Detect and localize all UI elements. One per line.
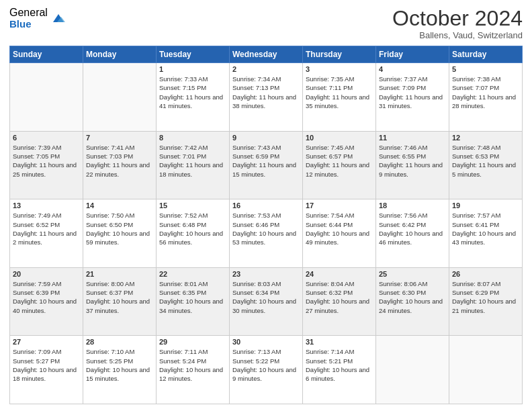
calendar-cell: 15Sunrise: 7:52 AM Sunset: 6:48 PM Dayli… [157,199,230,268]
day-number: 23 [232,270,300,278]
calendar-cell: 17Sunrise: 7:54 AM Sunset: 6:44 PM Dayli… [303,199,376,268]
day-number: 26 [452,270,519,278]
calendar-cell [376,336,449,404]
day-number: 11 [379,134,446,142]
day-number: 14 [86,201,153,210]
calendar-cell: 5Sunrise: 7:38 AM Sunset: 7:07 PM Daylig… [449,63,523,132]
day-detail: Sunrise: 7:11 AM Sunset: 5:24 PM Dayligh… [159,347,226,383]
day-number: 2 [232,65,300,73]
day-header-sunday: Sunday [10,46,83,63]
day-number: 27 [13,338,80,346]
calendar-cell: 20Sunrise: 7:59 AM Sunset: 6:39 PM Dayli… [10,267,83,336]
day-number: 4 [379,65,446,73]
day-detail: Sunrise: 7:37 AM Sunset: 7:09 PM Dayligh… [379,75,446,110]
day-detail: Sunrise: 7:14 AM Sunset: 5:21 PM Dayligh… [306,347,373,383]
day-detail: Sunrise: 7:49 AM Sunset: 6:52 PM Dayligh… [13,211,80,246]
day-detail: Sunrise: 8:07 AM Sunset: 6:29 PM Dayligh… [452,279,519,315]
calendar-cell [10,63,83,132]
day-number: 22 [159,270,226,278]
calendar-cell: 26Sunrise: 8:07 AM Sunset: 6:29 PM Dayli… [449,267,523,336]
day-detail: Sunrise: 7:41 AM Sunset: 7:03 PM Dayligh… [86,143,153,179]
day-detail: Sunrise: 7:42 AM Sunset: 7:01 PM Dayligh… [159,143,226,179]
calendar-cell: 18Sunrise: 7:56 AM Sunset: 6:42 PM Dayli… [376,199,449,268]
day-number: 1 [159,65,226,73]
calendar-cell: 13Sunrise: 7:49 AM Sunset: 6:52 PM Dayli… [10,199,83,268]
day-detail: Sunrise: 7:13 AM Sunset: 5:22 PM Dayligh… [232,347,300,383]
logo-general: General [9,7,48,19]
day-number: 16 [232,201,300,210]
day-detail: Sunrise: 7:43 AM Sunset: 6:59 PM Dayligh… [232,143,300,179]
day-detail: Sunrise: 7:50 AM Sunset: 6:50 PM Dayligh… [86,211,153,246]
calendar-week-2: 6Sunrise: 7:39 AM Sunset: 7:05 PM Daylig… [10,131,523,199]
day-number: 21 [86,270,153,278]
day-detail: Sunrise: 7:38 AM Sunset: 7:07 PM Dayligh… [452,75,519,110]
day-number: 25 [379,270,446,278]
day-detail: Sunrise: 7:46 AM Sunset: 6:55 PM Dayligh… [379,143,446,179]
calendar-cell: 31Sunrise: 7:14 AM Sunset: 5:21 PM Dayli… [303,336,376,404]
day-number: 12 [452,134,519,142]
location: Ballens, Vaud, Switzerland [392,30,523,40]
day-number: 17 [306,201,373,210]
calendar-cell: 9Sunrise: 7:43 AM Sunset: 6:59 PM Daylig… [230,131,303,199]
logo-icon [50,10,66,26]
day-header-wednesday: Wednesday [230,46,303,63]
calendar-cell: 14Sunrise: 7:50 AM Sunset: 6:50 PM Dayli… [83,199,157,268]
day-number: 19 [452,201,519,210]
calendar-cell: 24Sunrise: 8:04 AM Sunset: 6:32 PM Dayli… [303,267,376,336]
header-row: SundayMondayTuesdayWednesdayThursdayFrid… [10,46,523,63]
calendar-cell: 2Sunrise: 7:34 AM Sunset: 7:13 PM Daylig… [230,63,303,132]
calendar-cell: 6Sunrise: 7:39 AM Sunset: 7:05 PM Daylig… [10,131,83,199]
header: General Blue October 2024 Ballens, Vaud,… [9,7,523,40]
day-number: 10 [306,134,373,142]
calendar-cell: 11Sunrise: 7:46 AM Sunset: 6:55 PM Dayli… [376,131,449,199]
day-detail: Sunrise: 7:45 AM Sunset: 6:57 PM Dayligh… [306,143,373,179]
day-number: 28 [86,338,153,346]
calendar-cell: 4Sunrise: 7:37 AM Sunset: 7:09 PM Daylig… [376,63,449,132]
day-number: 8 [159,134,226,142]
day-number: 18 [379,201,446,210]
day-number: 13 [13,201,80,210]
title-block: October 2024 Ballens, Vaud, Switzerland [392,7,523,40]
day-number: 9 [232,134,300,142]
day-header-saturday: Saturday [449,46,523,63]
logo-text: General Blue [9,7,48,30]
calendar-cell: 7Sunrise: 7:41 AM Sunset: 7:03 PM Daylig… [83,131,157,199]
day-number: 3 [306,65,373,73]
calendar-cell: 16Sunrise: 7:53 AM Sunset: 6:46 PM Dayli… [230,199,303,268]
day-detail: Sunrise: 8:00 AM Sunset: 6:37 PM Dayligh… [86,279,153,315]
day-detail: Sunrise: 8:06 AM Sunset: 6:30 PM Dayligh… [379,279,446,315]
day-number: 5 [452,65,519,73]
day-detail: Sunrise: 7:54 AM Sunset: 6:44 PM Dayligh… [306,211,373,246]
day-number: 29 [159,338,226,346]
day-number: 15 [159,201,226,210]
calendar-week-3: 13Sunrise: 7:49 AM Sunset: 6:52 PM Dayli… [10,199,523,268]
day-number: 20 [13,270,80,278]
day-detail: Sunrise: 7:33 AM Sunset: 7:15 PM Dayligh… [159,75,226,110]
day-header-monday: Monday [83,46,157,63]
day-detail: Sunrise: 7:59 AM Sunset: 6:39 PM Dayligh… [13,279,80,315]
calendar-week-4: 20Sunrise: 7:59 AM Sunset: 6:39 PM Dayli… [10,267,523,336]
calendar-cell: 25Sunrise: 8:06 AM Sunset: 6:30 PM Dayli… [376,267,449,336]
day-number: 30 [232,338,300,346]
calendar-cell: 3Sunrise: 7:35 AM Sunset: 7:11 PM Daylig… [303,63,376,132]
calendar-table: SundayMondayTuesdayWednesdayThursdayFrid… [9,46,523,404]
day-header-thursday: Thursday [303,46,376,63]
calendar-cell [449,336,523,404]
calendar-cell: 22Sunrise: 8:01 AM Sunset: 6:35 PM Dayli… [157,267,230,336]
day-header-friday: Friday [376,46,449,63]
calendar-cell: 21Sunrise: 8:00 AM Sunset: 6:37 PM Dayli… [83,267,157,336]
day-detail: Sunrise: 7:56 AM Sunset: 6:42 PM Dayligh… [379,211,446,246]
logo: General Blue [9,7,66,30]
calendar-cell [83,63,157,132]
day-detail: Sunrise: 7:39 AM Sunset: 7:05 PM Dayligh… [13,143,80,179]
calendar-cell: 12Sunrise: 7:48 AM Sunset: 6:53 PM Dayli… [449,131,523,199]
day-detail: Sunrise: 7:52 AM Sunset: 6:48 PM Dayligh… [159,211,226,246]
day-detail: Sunrise: 8:03 AM Sunset: 6:34 PM Dayligh… [232,279,300,315]
day-detail: Sunrise: 7:09 AM Sunset: 5:27 PM Dayligh… [13,347,80,383]
calendar-cell: 23Sunrise: 8:03 AM Sunset: 6:34 PM Dayli… [230,267,303,336]
calendar-cell: 1Sunrise: 7:33 AM Sunset: 7:15 PM Daylig… [157,63,230,132]
day-number: 6 [13,134,80,142]
calendar-week-5: 27Sunrise: 7:09 AM Sunset: 5:27 PM Dayli… [10,336,523,404]
calendar-cell: 28Sunrise: 7:10 AM Sunset: 5:25 PM Dayli… [83,336,157,404]
calendar-cell: 8Sunrise: 7:42 AM Sunset: 7:01 PM Daylig… [157,131,230,199]
